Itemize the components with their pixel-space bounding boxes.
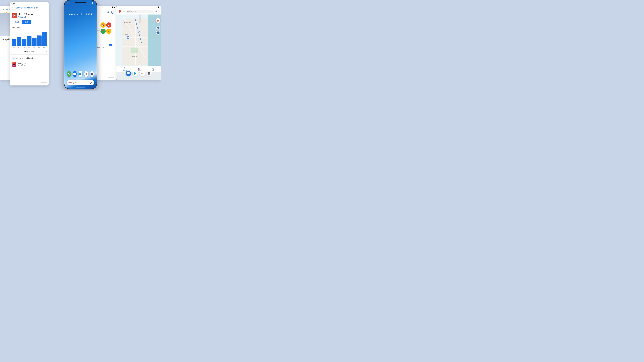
phone-dock	[64, 71, 96, 77]
svg-marker-1	[79, 72, 82, 75]
map-dock-chrome[interactable]	[140, 71, 145, 76]
chart-label-thu: Thu	[27, 46, 32, 48]
google-g-logo: Google	[68, 81, 76, 84]
map-signal-icon: ▊	[158, 6, 159, 8]
gpm-app-icon	[12, 13, 17, 18]
gpm-chart: Mon Tue Wed Thu Fri Sat Sun	[10, 29, 48, 49]
phone-battery-icon: ▪	[94, 2, 94, 4]
svg-marker-29	[134, 72, 136, 75]
explore-icon: 🔍	[124, 67, 126, 69]
map-mic-icon[interactable]: 🎤	[154, 10, 157, 13]
map-close-icon[interactable]: ✕	[158, 11, 160, 13]
mic-icon[interactable]: 🎤	[90, 81, 92, 84]
map-dock-play[interactable]	[132, 71, 138, 76]
chart-label-sun: Sun	[42, 46, 46, 48]
chart-label-fri: Fri	[32, 46, 36, 48]
gpm-panel: 9:00 ← Google Play Movies & TV 4 hr 29 m…	[10, 2, 48, 85]
gpm-prev-button[interactable]: ‹	[12, 50, 12, 53]
gpm-next-button[interactable]: ›	[46, 50, 46, 53]
svg-text:BROOKLYN HEIGHTS: BROOKLYN HEIGHTS	[124, 42, 132, 43]
svg-point-4	[120, 11, 120, 12]
svg-text:Manhattan Bridge: Manhattan Bridge	[124, 22, 132, 23]
instagram-icon: 📷	[12, 62, 16, 67]
gpm-time-spent: Time spent ▾	[10, 25, 48, 29]
phone-temperature: 85°F	[88, 13, 92, 15]
chart-bar-mon	[12, 39, 16, 46]
chart-label-mon: Mon	[12, 46, 16, 48]
svg-text:Borough Hall: Borough Hall	[132, 56, 137, 57]
map-dock-messages[interactable]	[126, 71, 131, 76]
map-transit-tab[interactable]: 🚌 Transit	[151, 67, 154, 71]
gpm-bottom-left-chevron[interactable]: ‹	[12, 81, 12, 84]
time-spent-dropdown[interactable]: ▾	[22, 26, 22, 28]
phone-date: Monday, Aug 6	[68, 13, 82, 15]
gpm-instagram-row[interactable]: 📷 Instagram 28 minutes	[10, 61, 48, 67]
hourly-button[interactable]: Hourly	[12, 20, 22, 24]
chart-label-sat: Sat	[37, 46, 42, 48]
gpm-dashboard-row[interactable]: ⊞ Show app dashboard	[10, 55, 48, 61]
map-hamburger-icon[interactable]: ☰	[123, 10, 125, 13]
chart-label-tue: Tue	[17, 46, 22, 48]
gpm-status-bar: 9:00	[10, 2, 48, 5]
map-small-dock	[116, 71, 161, 76]
bat-battery-icon: ▪	[114, 6, 115, 8]
phone-notch	[75, 1, 86, 3]
chart-bar-thu	[27, 36, 32, 46]
svg-rect-12	[135, 19, 136, 65]
chart-bar-tue	[17, 37, 22, 46]
svg-point-28	[128, 37, 128, 38]
phone-search-bar[interactable]: Google 🎤	[67, 80, 94, 85]
app-circle-location: 📍	[100, 29, 106, 34]
map-area: Manhattan Bridge DUMBO BROOKLYN HEIGHTS …	[116, 14, 161, 66]
gpm-title: Google Play Movies & TV	[16, 6, 38, 9]
map-explore-tab[interactable]: 🔍 Explore	[123, 67, 127, 71]
phone-time: 9:00	[67, 2, 70, 4]
svg-point-20	[138, 31, 139, 32]
dock-phone-icon[interactable]	[67, 71, 71, 77]
map-topbar: ☰ Search here 🎤 ✕	[116, 9, 161, 14]
app-circle-mail2: ✉	[106, 29, 112, 34]
svg-text:DUMBO: DUMBO	[125, 34, 128, 35]
chart-label-wed: Wed	[22, 46, 26, 48]
gpm-time-big: 4 hr 29 min	[18, 13, 46, 16]
chart-bar-sat	[37, 35, 42, 46]
map-search-input[interactable]: Search here	[126, 10, 154, 13]
gpm-dashboard-label: Show app dashboard	[16, 57, 33, 59]
chart-bar-sun	[42, 31, 46, 46]
dock-messages-icon[interactable]	[73, 71, 76, 77]
map-locate-icon[interactable]: 🎯	[156, 18, 160, 23]
chart-bar-fri	[32, 38, 36, 46]
gpm-toggle[interactable]: Hourly Daily	[12, 20, 31, 24]
instagram-name: Instagram	[18, 62, 46, 65]
dock-chrome-icon[interactable]	[84, 71, 88, 77]
phone-screen: 9:00 ▲ ▊ ▪ Monday, Aug 6 | 🌙 85°F	[64, 0, 96, 89]
svg-text:Cadman Plaza Park: Cadman Plaza Park	[130, 50, 136, 51]
gpm-header: ← Google Play Movies & TV	[10, 5, 48, 11]
ab-search-icon[interactable]: 🔍	[107, 11, 110, 14]
phone-separator: |	[83, 13, 84, 15]
gpm-back-button[interactable]: ←	[12, 6, 14, 9]
dock-camera-icon[interactable]	[90, 71, 94, 77]
phone-moon-icon: 🌙	[85, 13, 87, 15]
ab-help-icon[interactable]: ?	[111, 11, 114, 14]
dock-play-icon[interactable]	[79, 71, 82, 77]
transit-icon: 🚌	[152, 67, 154, 69]
daily-button[interactable]: Daily	[22, 20, 31, 24]
ab-bat-home-indicator	[108, 77, 114, 78]
driving-icon: 🚗	[138, 67, 140, 69]
instagram-time: 28 minutes	[18, 65, 46, 66]
adaptive-battery-toggle[interactable]	[109, 44, 114, 46]
svg-marker-0	[14, 14, 16, 17]
gpm-home-indicator	[41, 82, 46, 83]
svg-rect-14	[140, 14, 140, 23]
gpm-nav: ‹ Mon , Aug 6 ›	[10, 49, 48, 54]
google-maps-logo	[118, 10, 122, 14]
map-dock-camera[interactable]	[146, 71, 152, 76]
phone-signal-icon: ▊	[92, 2, 93, 4]
bat-signal-icon: ▊	[112, 6, 114, 8]
app-circle-red2: ▶	[106, 22, 112, 27]
map-avatar-2: 👤	[156, 30, 160, 35]
app-circle-calendar: 📅	[100, 22, 106, 27]
map-panel: ▲ ▊ ☰ Search here 🎤 ✕	[116, 6, 161, 80]
map-driving-tab[interactable]: 🚗 Driving	[137, 67, 141, 71]
